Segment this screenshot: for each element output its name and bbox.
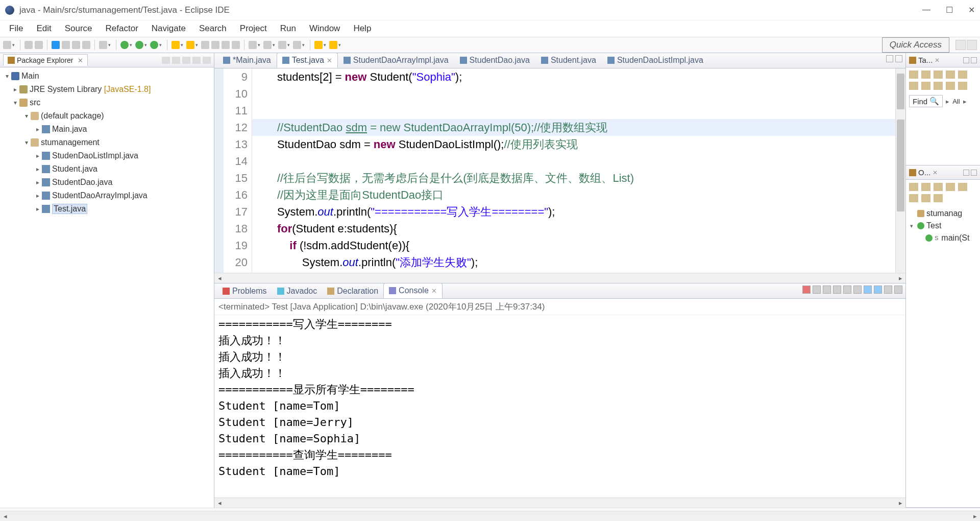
tool-icon[interactable] (278, 41, 286, 49)
menu-source[interactable]: Source (59, 21, 99, 36)
display-console-icon[interactable] (864, 286, 872, 294)
run-icon[interactable] (120, 41, 129, 49)
tool-icon[interactable] (921, 194, 930, 202)
editor-tab[interactable]: *Main.java (217, 53, 277, 68)
tool-icon[interactable] (99, 41, 107, 49)
editor-tab[interactable]: Test.java✕ (277, 53, 338, 68)
tool-icon[interactable] (934, 70, 943, 79)
tool-icon[interactable] (82, 41, 90, 49)
bottom-tab-declaration[interactable]: Declaration (322, 284, 383, 298)
remove-all-icon[interactable] (823, 286, 831, 294)
java-perspective-button[interactable] (967, 40, 977, 50)
terminate-icon[interactable] (802, 286, 811, 294)
menu-project[interactable]: Project (234, 21, 273, 36)
tree-file[interactable]: ▸Test.java (0, 202, 214, 216)
bottom-tab-problems[interactable]: Problems (217, 284, 272, 298)
minimize-icon[interactable] (963, 57, 969, 63)
clear-console-icon[interactable] (833, 286, 841, 294)
new-class-icon[interactable] (172, 41, 180, 49)
tool-icon[interactable] (909, 82, 918, 90)
tool-icon[interactable] (934, 183, 943, 191)
coverage-icon[interactable] (150, 41, 158, 49)
tree-file[interactable]: ▸StudentDao.java (0, 176, 214, 189)
close-icon[interactable]: ✕ (933, 169, 938, 176)
open-console-icon[interactable] (874, 286, 882, 294)
minimize-icon[interactable] (884, 286, 892, 294)
tool-icon[interactable] (211, 41, 219, 49)
tool-icon[interactable] (946, 183, 955, 191)
tool-icon[interactable] (293, 41, 301, 49)
tool-icon[interactable] (909, 183, 918, 191)
save-all-icon[interactable] (35, 41, 43, 49)
tool-icon[interactable] (201, 41, 209, 49)
new-package-icon[interactable] (186, 41, 194, 49)
close-icon[interactable]: ✕ (327, 57, 332, 64)
close-icon[interactable]: ✕ (935, 57, 940, 64)
vertical-scrollbar[interactable] (895, 68, 905, 273)
tool-icon[interactable] (222, 41, 230, 49)
tool-icon[interactable] (909, 70, 918, 79)
minimize-button[interactable]: — (922, 5, 930, 15)
scroll-lock-icon[interactable] (843, 286, 851, 294)
view-menu-icon[interactable] (182, 57, 190, 64)
close-icon[interactable]: ✕ (78, 57, 83, 64)
minimize-icon[interactable] (192, 57, 201, 64)
save-icon[interactable] (24, 41, 33, 49)
close-icon[interactable]: ✕ (431, 287, 437, 295)
tool-icon[interactable] (934, 194, 943, 202)
search-icon[interactable] (232, 41, 240, 49)
package-explorer-tab[interactable]: Package Explorer ✕ (3, 54, 88, 66)
console-output[interactable]: ===========写入学生======== 插入成功！！ 插入成功！！ 插入… (214, 315, 905, 498)
close-button[interactable]: ✕ (968, 5, 975, 15)
tool-icon[interactable] (958, 70, 967, 79)
package-explorer-tree[interactable]: ▾Main ▸JRE System Library [JavaSE-1.8] ▾… (0, 67, 214, 508)
maximize-icon[interactable] (895, 55, 902, 62)
minimize-icon[interactable] (963, 170, 969, 176)
editor-area[interactable]: 91011121314151617181920 students[2] = ne… (214, 68, 905, 273)
back-icon[interactable] (314, 41, 323, 49)
tool-icon[interactable] (946, 70, 955, 79)
code-editor[interactable]: students[2] = new Student("Sophia"); //S… (252, 68, 895, 273)
run-icon[interactable] (135, 41, 143, 49)
menu-search[interactable]: Search (193, 21, 233, 36)
tool-icon[interactable] (263, 41, 272, 49)
pin-console-icon[interactable] (853, 286, 862, 294)
tool-icon[interactable] (958, 82, 967, 90)
tool-icon[interactable] (921, 183, 930, 191)
menu-file[interactable]: File (3, 21, 29, 36)
menu-navigate[interactable]: Navigate (145, 21, 192, 36)
editor-tab[interactable]: StudentDaoArrayImpl.java (338, 53, 454, 68)
new-icon[interactable] (3, 41, 11, 49)
editor-tab[interactable]: Student.java (535, 53, 602, 68)
remove-launch-icon[interactable] (813, 286, 821, 294)
maximize-icon[interactable] (203, 57, 211, 64)
quick-access[interactable]: Quick Access (882, 37, 949, 53)
tool-icon[interactable] (62, 41, 70, 49)
outline-scrollbar[interactable]: ◂▸ (0, 511, 980, 521)
maximize-button[interactable]: ☐ (946, 5, 953, 15)
find-input[interactable]: Find🔍 (909, 95, 943, 107)
tree-file[interactable]: ▸StudentDaoArrayImpl.java (0, 189, 214, 202)
tool-icon[interactable] (921, 70, 930, 79)
editor-tab[interactable]: StudentDao.java (454, 53, 535, 68)
forward-icon[interactable] (329, 41, 337, 49)
menu-window[interactable]: Window (303, 21, 346, 36)
tree-file[interactable]: ▸Student.java (0, 162, 214, 176)
tool-icon[interactable] (958, 183, 967, 191)
debug-icon[interactable] (52, 41, 60, 49)
maximize-icon[interactable] (894, 286, 902, 294)
horizontal-scrollbar[interactable]: ◂▸ (214, 273, 905, 283)
minimize-icon[interactable] (886, 55, 893, 62)
bottom-tab-console[interactable]: Console✕ (383, 283, 443, 298)
tool-icon[interactable] (72, 41, 80, 49)
tool-icon[interactable] (909, 194, 918, 202)
tool-icon[interactable] (921, 82, 930, 90)
tool-icon[interactable] (934, 82, 943, 90)
all-filter[interactable]: All (952, 98, 960, 105)
menu-run[interactable]: Run (274, 21, 302, 36)
outline-tree[interactable]: stumanag ▾Test Smain(St (906, 205, 980, 246)
tree-file[interactable]: ▸StudenDaoListImpl.java (0, 149, 214, 162)
maximize-icon[interactable] (971, 170, 977, 176)
editor-tab[interactable]: StudenDaoListImpl.java (602, 53, 709, 68)
bottom-tab-javadoc[interactable]: Javadoc (272, 284, 323, 298)
